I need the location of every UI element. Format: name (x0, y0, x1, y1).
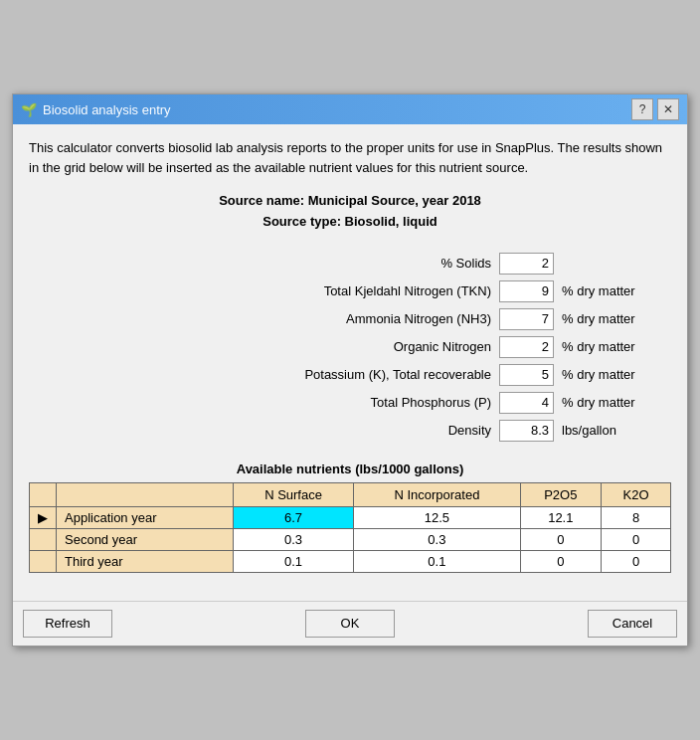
input-solids[interactable] (499, 253, 554, 275)
label-nh3: Ammonia Nitrogen (NH3) (346, 311, 491, 326)
cell-third-n-surface: 0.1 (233, 550, 353, 572)
input-density[interactable] (499, 420, 554, 442)
unit-phosphorus: % dry matter (562, 395, 651, 410)
cell-application-n-surface: 6.7 (233, 506, 353, 528)
source-info: Source name: Municipal Source, year 2018… (29, 191, 671, 233)
label-phosphorus: Total Phosphorus (P) (371, 395, 491, 410)
input-tkn[interactable] (499, 280, 554, 302)
source-type: Source type: Biosolid, liquid (29, 212, 671, 233)
intro-text: This calculator converts biosolid lab an… (29, 138, 671, 177)
col-k2o: K2O (602, 482, 671, 506)
table-section: Available nutrients (lbs/1000 gallons) N… (29, 462, 671, 573)
window-title: Biosolid analysis entry (43, 102, 171, 117)
title-bar-left: 🌱 Biosolid analysis entry (21, 101, 171, 117)
row-label-third: Third year (57, 550, 234, 572)
input-phosphorus[interactable] (499, 392, 554, 414)
cell-second-n-surface: 0.3 (233, 528, 353, 550)
row-arrow-second (30, 528, 57, 550)
cell-application-k2o: 8 (602, 506, 671, 528)
row-arrow-third (30, 550, 57, 572)
table-row: Third year 0.1 0.1 0 0 (30, 550, 671, 572)
cell-third-p2o5: 0 (520, 550, 602, 572)
cell-third-n-incorporated: 0.1 (354, 550, 520, 572)
col-p2o5: P2O5 (520, 482, 602, 506)
help-button[interactable]: ? (631, 98, 653, 120)
label-organic-n: Organic Nitrogen (394, 339, 491, 354)
refresh-button[interactable]: Refresh (23, 610, 112, 638)
nutrients-table: N Surface N Incorporated P2O5 K2O ▶ Appl… (29, 482, 671, 573)
button-bar: Refresh OK Cancel (13, 601, 687, 646)
row-arrow-application: ▶ (30, 506, 57, 528)
unit-potassium: % dry matter (562, 367, 651, 382)
cell-application-n-incorporated: 12.5 (354, 506, 520, 528)
close-button[interactable]: ✕ (657, 98, 679, 120)
label-solids: % Solids (440, 256, 491, 271)
form-section: % Solids Total Kjeldahl Nitrogen (TKN) %… (29, 253, 671, 442)
ok-button[interactable]: OK (305, 610, 395, 638)
form-row-tkn: Total Kjeldahl Nitrogen (TKN) % dry matt… (49, 280, 651, 302)
label-potassium: Potassium (K), Total recoverable (304, 367, 491, 382)
col-n-incorporated: N Incorporated (354, 482, 520, 506)
content-area: This calculator converts biosolid lab an… (13, 124, 687, 597)
form-row-density: Density lbs/gallon (49, 420, 651, 442)
form-row-potassium: Potassium (K), Total recoverable % dry m… (49, 364, 651, 386)
table-row: Second year 0.3 0.3 0 0 (30, 528, 671, 550)
app-icon: 🌱 (21, 101, 37, 117)
row-label-second: Second year (57, 528, 234, 550)
cell-second-n-incorporated: 0.3 (354, 528, 520, 550)
unit-organic-n: % dry matter (562, 339, 651, 354)
form-row-nh3: Ammonia Nitrogen (NH3) % dry matter (49, 308, 651, 330)
input-potassium[interactable] (499, 364, 554, 386)
unit-density: lbs/gallon (562, 423, 651, 438)
row-label-application: Application year (57, 506, 234, 528)
title-bar: 🌱 Biosolid analysis entry ? ✕ (13, 94, 687, 124)
table-row: ▶ Application year 6.7 12.5 12.1 8 (30, 506, 671, 528)
table-title: Available nutrients (lbs/1000 gallons) (29, 462, 671, 476)
title-bar-buttons: ? ✕ (631, 98, 679, 120)
cancel-button[interactable]: Cancel (588, 610, 677, 638)
input-nh3[interactable] (499, 308, 554, 330)
table-header-row: N Surface N Incorporated P2O5 K2O (30, 482, 671, 506)
form-row-organic-n: Organic Nitrogen % dry matter (49, 336, 651, 358)
cell-application-p2o5: 12.1 (520, 506, 602, 528)
cell-second-p2o5: 0 (520, 528, 602, 550)
label-density: Density (448, 423, 491, 438)
label-tkn: Total Kjeldahl Nitrogen (TKN) (324, 283, 491, 298)
col-n-surface: N Surface (233, 482, 353, 506)
unit-nh3: % dry matter (562, 311, 651, 326)
form-row-solids: % Solids (49, 253, 651, 275)
cell-second-k2o: 0 (602, 528, 671, 550)
cell-third-k2o: 0 (602, 550, 671, 572)
col-arrow (30, 482, 57, 506)
col-row-label (57, 482, 234, 506)
main-window: 🌱 Biosolid analysis entry ? ✕ This calcu… (12, 93, 688, 647)
form-row-phosphorus: Total Phosphorus (P) % dry matter (49, 392, 651, 414)
unit-tkn: % dry matter (562, 283, 651, 298)
source-name: Source name: Municipal Source, year 2018 (29, 191, 671, 212)
input-organic-n[interactable] (499, 336, 554, 358)
